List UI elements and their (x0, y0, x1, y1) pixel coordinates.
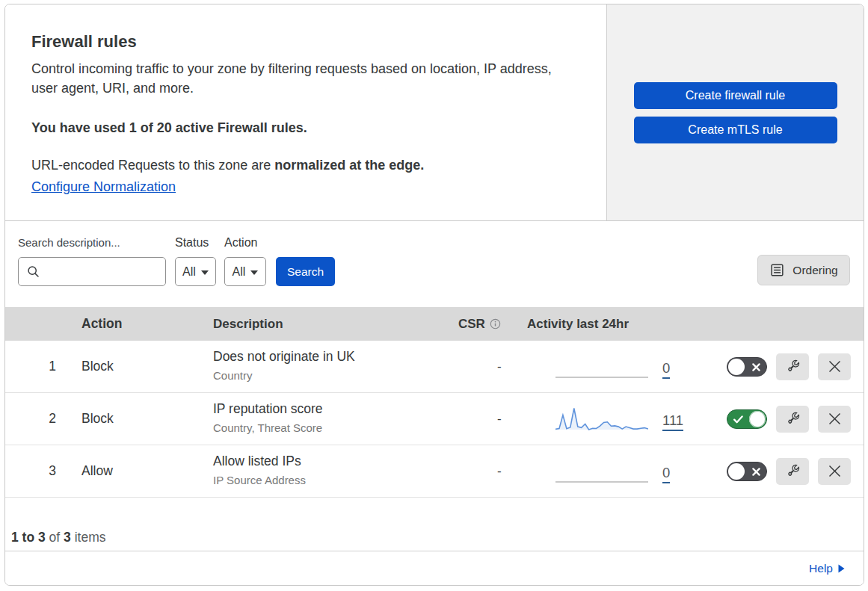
rule-fields: IP Source Address (213, 474, 449, 487)
activity-wrap: 0 (518, 355, 703, 379)
rule-description-cell: Does not originate in UK Country (204, 351, 449, 383)
rule-description-cell: IP reputation score Country, Threat Scor… (204, 403, 449, 435)
activity-sparkline-chart (555, 355, 648, 379)
ordering-button[interactable]: Ordering (757, 255, 850, 285)
wrench-icon (784, 358, 801, 375)
rule-controls (727, 458, 864, 485)
header-section: Firewall rules Control incoming traffic … (5, 4, 864, 221)
help-link[interactable]: Help (809, 562, 845, 575)
status-label: Status (175, 236, 216, 250)
search-input[interactable] (40, 258, 165, 285)
search-field-group: Search description... (18, 236, 166, 286)
normalization-prefix: URL-encoded Requests to this zone are (31, 158, 274, 173)
firewall-rules-card: Firewall rules Control incoming traffic … (4, 4, 864, 586)
rule-activity-cell: 0 (518, 460, 703, 483)
pagination-text: 1 to 3 of 3 items (11, 530, 105, 545)
action-field-group: Action All (224, 236, 266, 286)
create-firewall-rule-button[interactable]: Create firewall rule (634, 82, 837, 109)
rule-activity-cell: 111 (518, 407, 703, 431)
search-button[interactable]: Search (276, 257, 335, 286)
ordering-list-icon (769, 262, 785, 278)
column-header-activity: Activity last 24hr (518, 317, 703, 332)
action-label: Action (224, 236, 266, 250)
chevron-down-icon (201, 270, 209, 275)
rule-controls-cell (703, 353, 864, 380)
rule-csr-cell: - (449, 412, 518, 427)
header-actions-panel: Create firewall rule Create mTLS rule (607, 4, 864, 220)
create-mtls-rule-button[interactable]: Create mTLS rule (634, 117, 837, 143)
toggle-knob (749, 411, 766, 427)
toggle-knob (728, 359, 745, 375)
rule-controls (727, 406, 864, 433)
help-label: Help (809, 562, 833, 575)
chevron-down-icon (250, 270, 258, 275)
pagination-of: of (46, 530, 64, 545)
rule-csr-value: - (449, 464, 502, 478)
normalization-bold: normalized at the edge. (274, 158, 424, 173)
help-arrow-icon (838, 564, 845, 573)
header-description-panel: Firewall rules Control incoming traffic … (5, 4, 607, 220)
wrench-icon (784, 410, 801, 427)
close-icon (828, 412, 841, 425)
rule-action: Block (73, 359, 204, 374)
activity-sparkline-chart (555, 407, 648, 431)
rule-enabled-toggle[interactable] (727, 409, 767, 429)
activity-count-link[interactable]: 0 (662, 363, 670, 379)
edit-rule-button[interactable] (776, 406, 809, 433)
info-icon[interactable] (490, 318, 501, 329)
column-header-description: Description (204, 317, 449, 332)
close-icon (828, 360, 841, 373)
rule-fields: Country (213, 369, 449, 383)
delete-rule-button[interactable] (818, 406, 851, 433)
toggle-x-icon (752, 468, 760, 476)
status-field-group: Status All (175, 236, 216, 286)
pagination-summary: 1 to 3 of 3 items (5, 498, 864, 551)
rule-priority-number: 2 (5, 411, 73, 427)
activity-sparkline-chart (555, 460, 648, 483)
rule-action: Block (73, 411, 204, 427)
activity-count-link[interactable]: 0 (662, 468, 670, 483)
rule-row: 1 Block Does not originate in UK Country… (5, 341, 864, 393)
rule-fields: Country, Threat Score (213, 421, 449, 435)
delete-rule-button[interactable] (818, 458, 851, 485)
rules-table: Action Description CSR Activity last 24h… (5, 307, 864, 498)
edit-rule-button[interactable] (776, 458, 809, 485)
wrench-icon (784, 462, 801, 480)
edit-rule-button[interactable] (776, 353, 809, 380)
status-value: All (182, 265, 196, 279)
action-select[interactable]: All (224, 257, 266, 286)
rule-priority-number: 3 (5, 463, 73, 479)
csr-header-label: CSR (458, 317, 485, 332)
toggle-check-icon (733, 415, 743, 424)
activity-count-link[interactable]: 111 (662, 415, 683, 431)
help-bar: Help (5, 551, 864, 585)
rule-csr-value: - (449, 359, 502, 374)
rule-description: Allow listed IPs (213, 454, 449, 468)
delete-rule-button[interactable] (818, 353, 851, 380)
rule-csr-cell: - (449, 359, 518, 374)
rule-action: Allow (73, 463, 204, 479)
column-header-action: Action (73, 316, 204, 332)
filter-bar: Search description... Status All Action … (5, 221, 864, 307)
toggle-x-icon (752, 363, 760, 371)
rule-csr-value: - (449, 412, 502, 426)
rule-enabled-toggle[interactable] (727, 357, 767, 377)
configure-normalization-link[interactable]: Configure Normalization (31, 179, 176, 195)
pagination-range: 1 to 3 (11, 530, 46, 545)
table-body: 1 Block Does not originate in UK Country… (5, 341, 864, 498)
search-icon (27, 265, 40, 278)
activity-wrap: 0 (518, 460, 703, 483)
close-icon (828, 465, 841, 477)
status-select[interactable]: All (175, 257, 216, 286)
search-box (18, 257, 166, 286)
page-title: Firewall rules (31, 32, 575, 52)
rule-controls-cell (703, 458, 864, 485)
pagination-total: 3 (64, 530, 71, 545)
toggle-knob (728, 463, 745, 480)
rule-row: 3 Allow Allow listed IPs IP Source Addre… (5, 445, 864, 498)
normalization-text: URL-encoded Requests to this zone are no… (31, 158, 575, 173)
rule-enabled-toggle[interactable] (727, 462, 767, 481)
rule-description: Does not originate in UK (213, 350, 449, 364)
rule-description: IP reputation score (213, 402, 449, 416)
action-value: All (233, 265, 246, 279)
